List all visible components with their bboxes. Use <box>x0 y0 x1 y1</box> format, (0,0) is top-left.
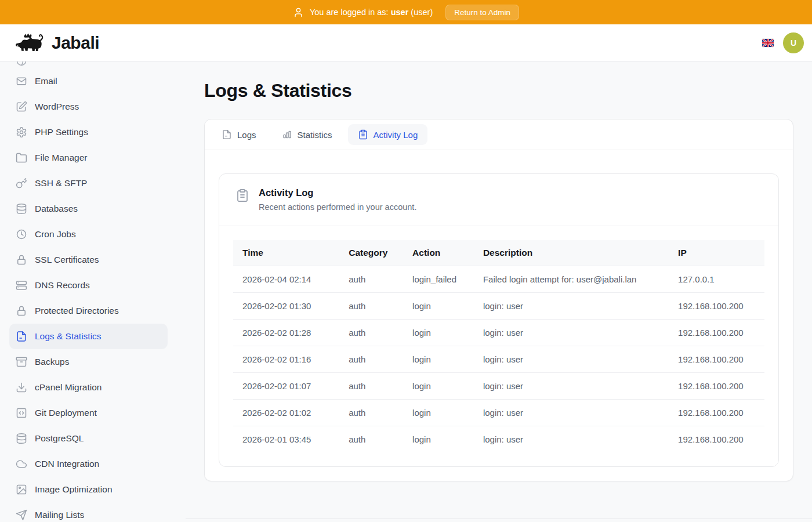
key-icon <box>16 177 27 189</box>
activity-log-table: TimeCategoryActionDescriptionIP 2026-02-… <box>233 240 764 452</box>
sidebar-item-php-settings[interactable]: PHP Settings <box>9 119 168 145</box>
sidebar-item-ssl-certificates[interactable]: SSL Certificates <box>9 247 168 273</box>
main-content: Logs & Statistics LogsStatisticsActivity… <box>186 61 812 522</box>
table-row: 2026-02-02 01:28authloginlogin: user192.… <box>233 320 764 346</box>
user-icon <box>293 7 304 18</box>
cell-ip: 192.168.100.200 <box>669 346 764 373</box>
cell-description: login: user <box>474 373 669 400</box>
table-row: 2026-02-02 01:02authloginlogin: user192.… <box>233 400 764 426</box>
cell-ip: 192.168.100.200 <box>669 293 764 320</box>
cell-description: login: user <box>474 346 669 373</box>
column-header-category: Category <box>339 240 403 266</box>
table-row: 2026-02-02 01:30authloginlogin: user192.… <box>233 293 764 320</box>
page-title: Logs & Statistics <box>204 80 793 102</box>
sidebar-item-protected-directories[interactable]: Protected Directories <box>9 298 168 324</box>
logged-in-text: You are logged in as: user (user) <box>310 8 433 17</box>
return-to-admin-button[interactable]: Return to Admin <box>445 5 519 20</box>
sidebar-item-label: Email <box>35 76 57 86</box>
database-icon <box>16 203 27 215</box>
cell-category: auth <box>339 266 403 293</box>
column-header-ip: IP <box>669 240 764 266</box>
cell-ip: 192.168.100.200 <box>669 373 764 400</box>
sidebar-item-databases[interactable]: Databases <box>9 196 168 222</box>
sidebar-item-label: Backups <box>35 357 69 367</box>
cell-action: login <box>403 320 474 346</box>
tab-label: Statistics <box>298 130 332 140</box>
sidebar-item-label: cPanel Migration <box>35 382 102 393</box>
sidebar-item-ssh-sftp[interactable]: SSH & SFTP <box>9 171 168 196</box>
sidebar-item-mailing-lists[interactable]: Mailing Lists <box>9 502 168 522</box>
tab-activity-log[interactable]: Activity Log <box>348 124 428 145</box>
sidebar-item-label: File Manager <box>35 153 87 163</box>
file-text-icon <box>222 129 232 140</box>
tab-statistics[interactable]: Statistics <box>272 124 342 145</box>
cell-action: login <box>403 426 474 453</box>
sidebar-nav: EmailWordPressPHP SettingsFile ManagerSS… <box>0 61 186 522</box>
sidebar-item-label: SSL Certificates <box>35 255 99 265</box>
card-title: Activity Log <box>259 187 416 198</box>
cell-description: login: user <box>474 293 669 320</box>
cell-time: 2026-02-02 01:02 <box>233 400 339 426</box>
bar-chart-icon <box>282 129 292 140</box>
user-avatar[interactable]: U <box>783 32 804 53</box>
cell-category: auth <box>339 426 403 453</box>
email-icon <box>16 75 27 87</box>
sidebar-item-dns-records[interactable]: DNS Records <box>9 273 168 298</box>
uk-flag-icon[interactable] <box>762 39 774 47</box>
cell-ip: 192.168.100.200 <box>669 426 764 453</box>
sidebar-item-backups[interactable]: Backups <box>9 349 168 375</box>
cell-description: login: user <box>474 426 669 453</box>
sidebar-item-label: Git Deployment <box>35 408 97 418</box>
folder-icon <box>16 152 27 164</box>
brand-name: Jabali <box>52 33 99 53</box>
code-icon <box>16 407 27 419</box>
cell-description: login: user <box>474 400 669 426</box>
brand-logo[interactable]: Jabali <box>15 32 99 54</box>
clipboard-icon <box>235 188 249 202</box>
sidebar-item-logs-statistics[interactable]: Logs & Statistics <box>9 324 168 349</box>
clipped-globe-icon <box>16 61 27 67</box>
cell-ip: 192.168.100.200 <box>669 320 764 346</box>
sidebar-item-postgresql[interactable]: PostgreSQL <box>9 426 168 451</box>
cell-category: auth <box>339 346 403 373</box>
sidebar-item-file-manager[interactable]: File Manager <box>9 145 168 171</box>
sidebar-item-email[interactable]: Email <box>9 68 168 94</box>
cell-time: 2026-02-02 01:16 <box>233 346 339 373</box>
sidebar-item-label: Cron Jobs <box>35 229 76 240</box>
sidebar-item-label: Logs & Statistics <box>35 331 102 342</box>
sidebar-item-git-deployment[interactable]: Git Deployment <box>9 400 168 426</box>
table-row: 2026-02-02 01:16authloginlogin: user192.… <box>233 346 764 373</box>
download-icon <box>16 382 27 393</box>
cell-action: login_failed <box>403 266 474 293</box>
gear-icon <box>16 126 27 138</box>
boar-icon <box>15 32 46 54</box>
cell-time: 2026-02-01 03:45 <box>233 426 339 453</box>
table-row: 2026-02-04 02:14authlogin_failedFailed l… <box>233 266 764 293</box>
cell-time: 2026-02-02 01:30 <box>233 293 339 320</box>
cell-time: 2026-02-04 02:14 <box>233 266 339 293</box>
cell-action: login <box>403 293 474 320</box>
cell-category: auth <box>339 293 403 320</box>
sidebar-item-label: PHP Settings <box>35 127 88 137</box>
cell-description: login: user <box>474 320 669 346</box>
sidebar-item-wordpress[interactable]: WordPress <box>9 94 168 119</box>
sidebar-item-label: CDN Integration <box>35 459 99 469</box>
tab-logs[interactable]: Logs <box>212 124 266 145</box>
server-icon <box>16 280 27 291</box>
cell-time: 2026-02-02 01:28 <box>233 320 339 346</box>
table-row: 2026-02-01 03:45authloginlogin: user192.… <box>233 426 764 453</box>
sidebar-item-cron-jobs[interactable]: Cron Jobs <box>9 222 168 247</box>
cell-description: Failed login attempt for: user@jabali.la… <box>474 266 669 293</box>
clock-icon <box>16 229 27 240</box>
sidebar-item-label: Mailing Lists <box>35 510 84 520</box>
sidebar-item-image-optimization[interactable]: Image Optimization <box>9 477 168 502</box>
table-row: 2026-02-02 01:07authloginlogin: user192.… <box>233 373 764 400</box>
sidebar-item-cdn-integration[interactable]: CDN Integration <box>9 451 168 477</box>
sidebar-item-cpanel-migration[interactable]: cPanel Migration <box>9 375 168 400</box>
app-header: Jabali U <box>0 24 812 61</box>
card-subtitle: Recent actions performed in your account… <box>259 202 416 212</box>
sidebar-item-label: WordPress <box>35 102 79 112</box>
tab-bar: LogsStatisticsActivity Log <box>205 119 793 150</box>
logs-tabs-card: LogsStatisticsActivity Log Activity Log … <box>204 119 793 481</box>
column-header-description: Description <box>474 240 669 266</box>
